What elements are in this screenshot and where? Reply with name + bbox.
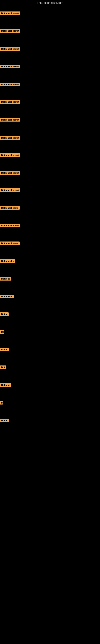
bottleneck-badge-row: Bottleneck result xyxy=(0,47,20,52)
bottleneck-badge-row: Bottlene xyxy=(0,277,11,281)
bottleneck-badge-row: Bottleneck result xyxy=(0,83,20,87)
bottleneck-badge[interactable]: Bottleneck result xyxy=(0,153,20,157)
bottleneck-badge-row: Bottleneck result xyxy=(0,188,20,193)
bottleneck-badge[interactable]: Bottleneck result xyxy=(0,29,20,32)
bottleneck-badge-row: Bottleneck result xyxy=(0,224,20,228)
bottleneck-badge-row: Bottleneck xyxy=(0,295,14,299)
bottleneck-badge-row: Bottle xyxy=(0,348,9,352)
bottleneck-badge[interactable]: Bottleneck result xyxy=(0,188,20,192)
bottleneck-badge-row: Bottlene xyxy=(0,383,11,388)
bottleneck-badge[interactable]: Bottlene xyxy=(0,277,11,280)
bottleneck-badge-row: Bo xyxy=(0,330,4,334)
bottleneck-badge[interactable]: Bottleneck result xyxy=(0,47,20,51)
bottleneck-badge[interactable]: Bo xyxy=(0,330,4,334)
bottleneck-badge-row: Bottleneck result xyxy=(0,12,20,16)
bottleneck-badge[interactable]: B xyxy=(0,401,3,404)
bottleneck-badge-row: Bottle xyxy=(0,418,9,423)
site-title-text: TheBottlenecker.com xyxy=(37,1,63,4)
bottleneck-badge[interactable]: Bottleneck result xyxy=(0,118,20,122)
bottleneck-badge-row: Bottle xyxy=(0,312,9,317)
bottleneck-badge-row: Bottleneck result xyxy=(0,136,20,140)
bottleneck-badge-row: Bottleneck result xyxy=(0,100,20,104)
bottleneck-badge[interactable]: Bottleneck result xyxy=(0,83,20,86)
bottleneck-badge[interactable]: Bottleneck resul xyxy=(0,242,20,245)
bottleneck-badge-row: Bottleneck resul xyxy=(0,206,20,210)
bottleneck-badge-row: Bottleneck r xyxy=(0,259,15,264)
bottleneck-badge[interactable]: Bott xyxy=(0,366,6,369)
bottleneck-badge[interactable]: Bottle xyxy=(0,312,9,316)
bottleneck-badge[interactable]: Bottleneck result xyxy=(0,171,20,175)
site-title: TheBottlenecker.com xyxy=(0,0,100,6)
bottleneck-badge-row: Bottleneck result xyxy=(0,171,20,176)
bottleneck-badge-row: B xyxy=(0,401,3,405)
bottleneck-badge-row: Bottleneck result xyxy=(0,64,20,69)
bottleneck-badge-row: Bottleneck result xyxy=(0,29,20,34)
bottleneck-badge[interactable]: Bottleneck r xyxy=(0,259,15,263)
bottleneck-badge[interactable]: Bottleneck result xyxy=(0,100,20,104)
bottleneck-badge[interactable]: Bottle xyxy=(0,418,9,422)
bottleneck-badge-row: Bott xyxy=(0,366,6,370)
bottleneck-badge[interactable]: Bottleneck result xyxy=(0,136,20,140)
bottleneck-badge[interactable]: Bottleneck resul xyxy=(0,206,20,210)
bottleneck-badge[interactable]: Bottleneck result xyxy=(0,12,20,15)
bottleneck-badge-row: Bottleneck result xyxy=(0,153,20,158)
bottleneck-badge[interactable]: Bottleneck result xyxy=(0,224,20,228)
bottleneck-badge[interactable]: Bottleneck result xyxy=(0,64,20,68)
bottleneck-badge[interactable]: Bottlene xyxy=(0,383,11,387)
bottleneck-badge-row: Bottleneck result xyxy=(0,118,20,122)
bottleneck-badge[interactable]: Bottleneck xyxy=(0,295,14,298)
bottleneck-badge[interactable]: Bottle xyxy=(0,348,9,352)
bottleneck-badge-row: Bottleneck resul xyxy=(0,242,20,246)
